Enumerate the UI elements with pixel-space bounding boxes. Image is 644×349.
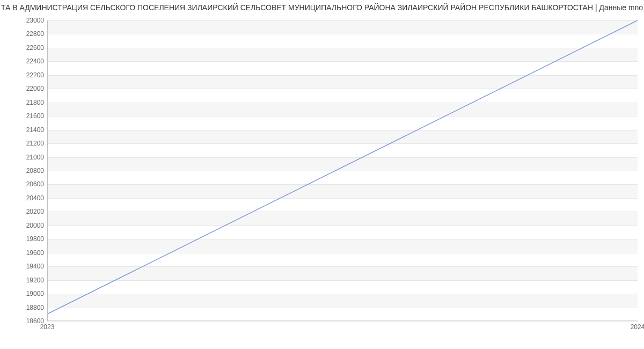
chart-container: ТА В АДМИНИСТРАЦИЯ СЕЛЬСКОГО ПОСЕЛЕНИЯ З… <box>0 0 644 349</box>
x-tick-label: 2024 <box>631 323 644 331</box>
y-tick-label: 22200 <box>4 71 44 79</box>
y-tick-label: 23000 <box>4 17 44 24</box>
y-tick-label: 18600 <box>4 317 44 325</box>
y-tick-label: 19200 <box>4 277 44 284</box>
gridline <box>48 321 638 322</box>
y-tick-label: 22400 <box>4 57 44 65</box>
y-tick-label: 20200 <box>4 208 44 215</box>
series-line <box>48 20 638 314</box>
y-tick-label: 21000 <box>4 154 44 161</box>
y-tick-label: 18800 <box>4 304 44 311</box>
y-tick-label: 22800 <box>4 30 44 38</box>
chart-title: ТА В АДМИНИСТРАЦИЯ СЕЛЬСКОГО ПОСЕЛЕНИЯ З… <box>0 3 644 12</box>
plot-area <box>47 20 638 321</box>
y-tick-label: 20000 <box>4 222 44 229</box>
y-tick-label: 22000 <box>4 85 44 92</box>
y-tick-label: 20600 <box>4 180 44 188</box>
x-tick-label: 2023 <box>40 323 55 331</box>
y-tick-label: 21800 <box>4 99 44 106</box>
line-series <box>48 20 638 321</box>
y-tick-label: 19000 <box>4 290 44 297</box>
y-tick-label: 19600 <box>4 249 44 257</box>
y-tick-label: 21400 <box>4 126 44 134</box>
y-tick-label: 19800 <box>4 235 44 243</box>
y-tick-label: 20800 <box>4 167 44 174</box>
y-tick-label: 21200 <box>4 140 44 147</box>
y-tick-label: 19400 <box>4 263 44 270</box>
y-tick-label: 21600 <box>4 112 44 120</box>
y-tick-label: 22600 <box>4 44 44 52</box>
y-tick-label: 20400 <box>4 194 44 202</box>
